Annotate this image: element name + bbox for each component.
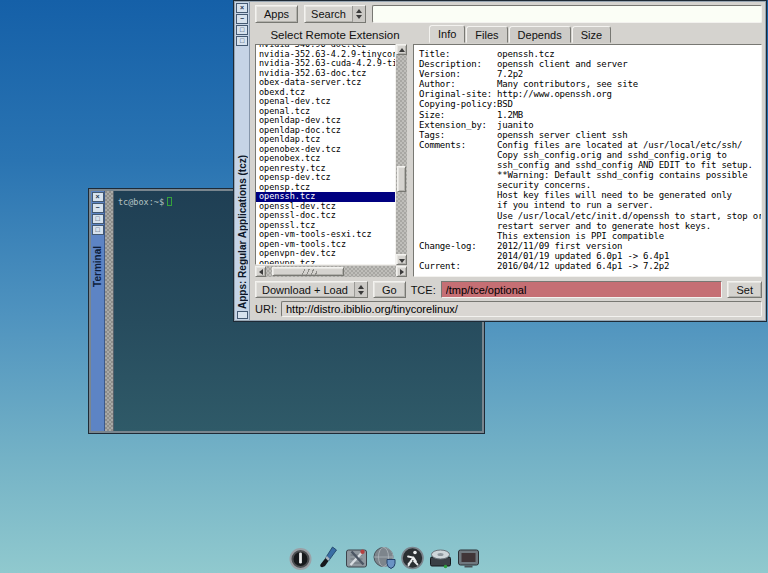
tab-depends[interactable]: Depends xyxy=(509,26,571,43)
info-line: if you intend to run a server. xyxy=(419,200,756,210)
list-item[interactable]: openldap-doc.tcz xyxy=(256,126,395,136)
action-select[interactable]: Download + Load xyxy=(255,281,368,298)
list-item[interactable]: openobex.tcz xyxy=(256,154,395,164)
terminal-titlebar-buttons: ×−□□ xyxy=(92,191,104,236)
go-button[interactable]: Go xyxy=(373,281,406,298)
paint-editor-icon[interactable] xyxy=(315,541,342,571)
info-line: Title:openssh.tcz xyxy=(419,49,756,59)
info-line: Current:2016/04/12 updated 6.4p1 -> 7.2p… xyxy=(419,261,756,271)
list-item[interactable]: openobex-dev.tcz xyxy=(256,145,395,155)
body-row: nvidia-340.96-doc.tcznvidia-352.63-4.2.9… xyxy=(255,44,762,277)
apps-window-title: Apps: Regular Applications (tcz) xyxy=(237,53,248,309)
close-button[interactable]: × xyxy=(236,3,248,13)
search-mode-select[interactable]: Search xyxy=(304,5,366,23)
tab-bar: InfoFilesDependsSize xyxy=(429,25,612,43)
uri-label: URI: xyxy=(255,303,277,315)
list-item[interactable]: openvpn-dev.tcz xyxy=(256,249,395,259)
list-item[interactable]: nvidia-352.63-doc.tcz xyxy=(256,69,395,79)
terminal-titlebar[interactable]: ×−□□ Terminal xyxy=(91,191,105,431)
list-item[interactable]: open-vm-tools-esxi.tcz xyxy=(256,230,395,240)
terminal-prompt: tc@box:~$ xyxy=(118,197,164,207)
uri-row: URI: xyxy=(255,301,762,317)
screen-settings-icon[interactable] xyxy=(455,541,482,571)
list-item[interactable]: openal-dev.tcz xyxy=(256,97,395,107)
list-horizontal-scrollbar[interactable] xyxy=(255,266,407,277)
list-item[interactable]: openssh.tcz xyxy=(256,192,395,202)
terminal-scrollbar[interactable] xyxy=(105,191,114,431)
scroll-right-icon[interactable] xyxy=(396,266,407,277)
set-button[interactable]: Set xyxy=(727,281,762,298)
list-column: nvidia-340.96-doc.tcznvidia-352.63-4.2.9… xyxy=(255,44,407,277)
list-item[interactable]: opensp.tcz xyxy=(256,183,395,193)
scroll-left-icon[interactable] xyxy=(255,266,266,277)
info-line: Extension_by:juanito xyxy=(419,120,756,130)
scroll-down-icon[interactable] xyxy=(396,254,407,265)
info-line: Description:openssh client and server xyxy=(419,59,756,69)
uri-field[interactable] xyxy=(281,301,762,317)
info-line: Comments:Config files are located at /us… xyxy=(419,140,756,150)
list-item[interactable]: open-vm-tools.tcz xyxy=(256,240,395,250)
search-input[interactable] xyxy=(372,5,762,23)
maximize-button[interactable]: □ xyxy=(92,214,104,224)
shade-button[interactable]: □ xyxy=(236,36,248,46)
list-item[interactable]: openldap.tcz xyxy=(256,135,395,145)
action-select-label: Download + Load xyxy=(262,284,348,296)
list-item[interactable]: opensp-dev.tcz xyxy=(256,173,395,183)
tab-size[interactable]: Size xyxy=(572,26,611,43)
list-item[interactable]: openvpn.tcz xyxy=(256,259,395,266)
dock xyxy=(287,541,482,571)
tce-label: TCE: xyxy=(411,284,436,296)
scroll-up-icon[interactable] xyxy=(396,44,407,55)
iconify-button[interactable]: − xyxy=(236,14,248,24)
info-line: **Warning: Default sshd_config contains … xyxy=(419,170,756,180)
apps-window-content: Apps Search Select Remote Extension Info… xyxy=(250,2,765,320)
desktop: ×−□□ Terminal tc@box:~$ ×−□□ Apps: Regul… xyxy=(0,0,768,573)
info-line: Tags:openssh server client ssh xyxy=(419,130,756,140)
vertical-scroll-thumb[interactable] xyxy=(397,166,406,192)
updown-arrows-icon xyxy=(354,282,367,297)
info-panel: Title:openssh.tczDescription:openssh cli… xyxy=(413,44,762,277)
list-item[interactable]: openldap-dev.tcz xyxy=(256,116,395,126)
list-item[interactable]: openssl-dev.tcz xyxy=(256,202,395,212)
maximize-button[interactable]: □ xyxy=(236,25,248,35)
info-line: ssh_config and sshd_config AND EDIT to f… xyxy=(419,160,756,170)
list-item[interactable]: openssl.tcz xyxy=(256,221,395,231)
info-line: restart server and to generate host keys… xyxy=(419,221,756,231)
horizontal-scroll-track[interactable] xyxy=(266,266,396,277)
list-item[interactable]: obexd.tcz xyxy=(256,88,395,98)
vertical-scroll-track[interactable] xyxy=(396,55,407,254)
extension-list[interactable]: nvidia-340.96-doc.tcznvidia-352.63-4.2.9… xyxy=(255,44,396,265)
close-button[interactable]: × xyxy=(92,192,104,202)
apps-menu-button[interactable]: Apps xyxy=(255,5,298,23)
control-panel-icon[interactable] xyxy=(343,541,370,571)
tce-path-field[interactable] xyxy=(441,281,723,298)
info-line: Original-site:http://www.openssh.org xyxy=(419,89,756,99)
iconify-button[interactable]: − xyxy=(92,203,104,213)
info-line: security concerns. xyxy=(419,180,756,190)
resize-handle-icon[interactable] xyxy=(237,311,248,319)
list-item[interactable]: obex-data-server.tcz xyxy=(256,78,395,88)
list-item[interactable]: openssl-doc.tcz xyxy=(256,211,395,221)
list-vertical-scrollbar[interactable] xyxy=(396,44,407,265)
shade-button[interactable]: □ xyxy=(92,225,104,235)
info-line: Copy ssh_config.orig and sshd_config.ori… xyxy=(419,150,756,160)
exit-icon[interactable] xyxy=(287,541,314,571)
list-item[interactable]: openresty.tcz xyxy=(256,164,395,174)
toolbar: Apps Search xyxy=(255,5,762,23)
run-command-icon[interactable] xyxy=(399,541,426,571)
info-line: Version:7.2p2 xyxy=(419,69,756,79)
action-row: Download + Load Go TCE: Set xyxy=(255,281,762,298)
tab-info[interactable]: Info xyxy=(429,25,465,43)
info-line: This extension is PPI compatible xyxy=(419,231,756,241)
tab-files[interactable]: Files xyxy=(466,26,507,43)
info-line: Copying-policy:BSD xyxy=(419,99,756,109)
info-line: Use /usr/local/etc/init.d/openssh to sta… xyxy=(419,211,756,221)
horizontal-scroll-thumb[interactable] xyxy=(272,267,344,276)
list-item[interactable]: nvidia-352.63-cuda-4.2.9-tinyc xyxy=(256,59,395,69)
apps-browser-icon[interactable] xyxy=(371,541,398,571)
list-item[interactable]: nvidia-352.63-4.2.9-tinycore64 xyxy=(256,50,395,60)
header-row: Select Remote Extension InfoFilesDepends… xyxy=(255,26,762,43)
apps-titlebar[interactable]: ×−□□ Apps: Regular Applications (tcz) xyxy=(235,2,250,320)
list-item[interactable]: openal.tcz xyxy=(256,107,395,117)
mount-tool-icon[interactable] xyxy=(427,541,454,571)
